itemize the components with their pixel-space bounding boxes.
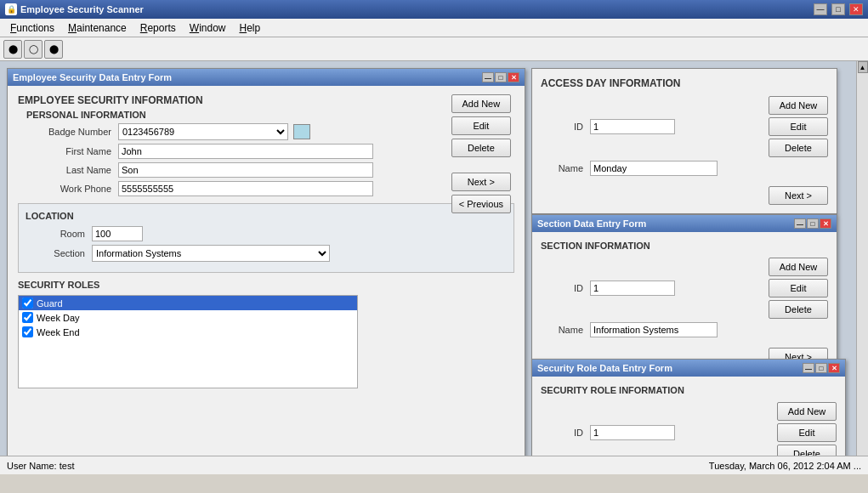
sr-id-input[interactable]	[590, 425, 675, 440]
role-weekday[interactable]: Week Day	[19, 310, 357, 325]
security-role-maximize-btn[interactable]: □	[815, 363, 827, 373]
room-input[interactable]	[92, 226, 143, 241]
main-section-header: EMPLOYEE SECURITY INFORMATION	[18, 94, 514, 106]
toolbar: ⬤ ◯ ⬤	[0, 37, 868, 61]
access-next-button[interactable]: Next >	[769, 186, 828, 205]
security-role-panel-titlebar: Security Role Data Entry Form — □ ✕	[532, 360, 845, 377]
delete-button[interactable]: Delete	[451, 139, 511, 157]
menu-help[interactable]: Help	[232, 20, 267, 36]
room-label: Room	[26, 229, 85, 239]
employee-panel-title: Employee Security Data Entry Form	[13, 72, 481, 82]
access-id-label: ID	[541, 122, 583, 132]
role-weekday-checkbox[interactable]	[22, 312, 33, 323]
section-name-input[interactable]	[590, 322, 718, 337]
status-username: User Name: test	[7, 461, 74, 471]
security-role-panel-title: Security Role Data Entry Form	[537, 363, 802, 373]
employee-maximize-btn[interactable]: □	[495, 72, 507, 82]
security-role-close-btn[interactable]: ✕	[828, 363, 840, 373]
close-button[interactable]: ✕	[849, 3, 863, 15]
status-datetime: Tuesday, March 06, 2012 2:04 AM ...	[709, 461, 861, 471]
menu-bar: Functions Maintenance Reports Window Hel…	[0, 19, 868, 37]
section-info-header: SECTION INFORMATION	[541, 241, 828, 251]
main-area: Employee Security Data Entry Form — □ ✕ …	[0, 61, 868, 474]
section-id-label: ID	[541, 283, 583, 293]
location-header: LOCATION	[26, 211, 507, 221]
badge-number-select[interactable]: 0123456789	[118, 123, 288, 140]
security-roles-section: SECURITY ROLES Guard Week Day Week End	[18, 280, 514, 388]
section-select[interactable]: Information Systems	[92, 245, 330, 262]
app-icon: 🔒	[5, 3, 17, 15]
title-bar: 🔒 Employee Security Scanner — □ ✕	[0, 0, 868, 19]
security-role-minimize-btn[interactable]: —	[803, 363, 814, 373]
last-name-label: Last Name	[35, 165, 111, 175]
previous-button[interactable]: < Previous	[451, 195, 511, 213]
section-add-new-button[interactable]: Add New	[769, 258, 828, 276]
vertical-scrollbar[interactable]: ▲ ▼	[856, 61, 868, 474]
menu-maintenance[interactable]: Maintenance	[61, 20, 133, 36]
status-bar: User Name: test Tuesday, March 06, 2012 …	[0, 456, 868, 474]
menu-window[interactable]: Window	[183, 20, 233, 36]
color-indicator	[293, 124, 310, 139]
next-button[interactable]: Next >	[451, 173, 511, 191]
security-roles-header: SECURITY ROLES	[18, 280, 514, 290]
toolbar-btn-2[interactable]: ◯	[24, 40, 43, 59]
access-day-header: ACCESS DAY INFORMATION	[541, 77, 828, 89]
access-day-panel: ACCESS DAY INFORMATION ID Add New Edit D…	[531, 68, 837, 214]
section-edit-button[interactable]: Edit	[769, 279, 828, 298]
section-maximize-btn[interactable]: □	[807, 218, 819, 229]
add-new-button[interactable]: Add New	[451, 94, 511, 113]
section-minimize-btn[interactable]: —	[794, 218, 806, 229]
work-phone-label: Work Phone	[35, 184, 111, 194]
role-guard-checkbox[interactable]	[22, 298, 33, 309]
maximize-button[interactable]: □	[831, 3, 845, 15]
edit-button[interactable]: Edit	[451, 116, 511, 135]
employee-close-btn[interactable]: ✕	[508, 72, 519, 82]
role-weekend[interactable]: Week End	[19, 325, 357, 339]
security-role-info-header: SECURITY ROLE INFORMATION	[541, 385, 837, 395]
section-panel-titlebar: Section Data Entry Form — □ ✕	[532, 215, 837, 232]
section-panel: Section Data Entry Form — □ ✕ SECTION IN…	[531, 214, 837, 376]
last-name-input[interactable]	[118, 162, 373, 178]
work-phone-input[interactable]	[118, 181, 373, 196]
access-name-input[interactable]	[590, 161, 718, 176]
employee-panel: Employee Security Data Entry Form — □ ✕ …	[7, 68, 525, 474]
sr-edit-button[interactable]: Edit	[777, 423, 837, 442]
section-label: Section	[26, 248, 85, 258]
section-panel-title: Section Data Entry Form	[537, 218, 793, 229]
app-title: Employee Security Scanner	[20, 4, 809, 14]
minimize-button[interactable]: —	[814, 3, 827, 15]
section-name-label: Name	[541, 325, 583, 335]
role-guard[interactable]: Guard	[19, 296, 357, 310]
access-add-new-button[interactable]: Add New	[769, 96, 828, 115]
section-close-btn[interactable]: ✕	[820, 218, 831, 229]
badge-number-label: Badge Number	[35, 127, 111, 137]
access-id-input[interactable]	[590, 119, 675, 134]
sr-id-label: ID	[541, 428, 583, 438]
toolbar-btn-1[interactable]: ⬤	[3, 40, 22, 59]
menu-functions[interactable]: Functions	[3, 20, 61, 36]
access-delete-button[interactable]: Delete	[769, 139, 828, 157]
employee-panel-titlebar: Employee Security Data Entry Form — □ ✕	[8, 69, 525, 86]
section-id-input[interactable]	[590, 280, 675, 296]
first-name-input[interactable]	[118, 144, 373, 159]
toolbar-btn-3[interactable]: ⬤	[44, 40, 63, 59]
first-name-label: First Name	[35, 146, 111, 156]
personal-info-header: PERSONAL INFORMATION	[18, 110, 514, 120]
access-name-label: Name	[541, 163, 583, 173]
section-delete-button[interactable]: Delete	[769, 300, 828, 319]
sr-add-new-button[interactable]: Add New	[777, 402, 837, 421]
menu-reports[interactable]: Reports	[133, 20, 183, 36]
security-roles-list: Guard Week Day Week End	[18, 295, 358, 388]
employee-minimize-btn[interactable]: —	[482, 72, 494, 82]
access-edit-button[interactable]: Edit	[769, 117, 828, 136]
role-weekend-checkbox[interactable]	[22, 326, 33, 337]
